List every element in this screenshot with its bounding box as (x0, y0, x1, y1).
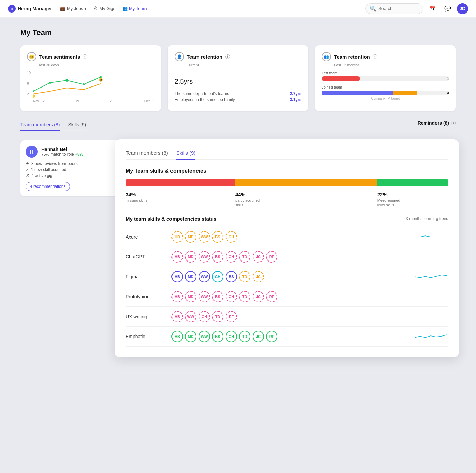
avatar-RF-ux: RF (226, 311, 237, 322)
recommendations-button[interactable]: 4 recommendations (26, 182, 70, 191)
skills-panel: Team members (8) Skills (9) My Team skil… (115, 139, 459, 357)
svg-text:😊: 😊 (99, 78, 103, 82)
member-card-hannah: H Hannah Bell 75% match to role +8% ★ 3 … (20, 140, 122, 196)
retention-12m-title: Team retention (334, 54, 370, 60)
section-tabs: Team members (8) Skills (9) (20, 122, 86, 131)
team-retention-12m-card: 👥 Team retention ℹ Last 12 months Left t… (315, 45, 456, 111)
skills-bar-labels: 34% missing skills 44% partly acquired s… (126, 192, 448, 208)
left-team-count: 1 (447, 77, 449, 81)
nav-my-jobs[interactable]: 💼 My Jobs ▾ (60, 6, 87, 11)
nav-items: 💼 My Jobs ▾ ⏱ My Gigs 👥 My Team (60, 6, 357, 11)
star-icon: ★ (26, 161, 29, 166)
skills-bar-partial (235, 179, 377, 186)
chart-y-labels: 10 6 2 (27, 71, 31, 96)
member-activities: ★ 3 new reviews from peers ✓ 1 new skill… (26, 161, 116, 178)
search-input[interactable] (378, 6, 419, 11)
logo-icon: p (8, 5, 16, 13)
avatar-BS-chatgpt: BS (212, 251, 223, 263)
svg-point-1 (49, 82, 51, 84)
trend-label: 3 months learning trend (406, 216, 448, 221)
retention-12m-info-icon[interactable]: ℹ (373, 54, 377, 59)
calendar-icon-btn[interactable]: 📅 (427, 3, 438, 14)
sentiments-subtitle: last 30 days (39, 63, 154, 67)
card-header-retention-12m: 👥 Team retention ℹ (322, 52, 449, 61)
nav-right: 🔍 📅 💬 JD (365, 3, 468, 14)
avatar-BS-proto: BS (212, 291, 223, 302)
skill-avatars-figma: HB MD WW GH BS TD JC (171, 271, 409, 282)
avatar-TD-proto: TD (239, 291, 250, 302)
avatar-RF-proto: RF (266, 291, 277, 302)
retention-subtitle: Current (187, 63, 302, 67)
left-team-bar-fill (322, 76, 360, 81)
main-content: My Team 😊 Team sentiments ℹ last 30 days… (0, 18, 476, 207)
sentiments-svg: 😐 😊 (33, 71, 107, 98)
skill-row-ux-writing: UX writing HB WW GH TD RF (126, 307, 448, 327)
timer-icon: ⏱ (26, 173, 30, 178)
activity-reviews: ★ 3 new reviews from peers (26, 161, 116, 166)
activity-gig: ⏱ 1 active gig (26, 173, 116, 178)
joined-team-bar-fill (322, 91, 417, 95)
reminders-label: Reminders (8) ℹ (418, 120, 456, 126)
app-name: Hiring Manager (18, 6, 52, 11)
skills-tab-skills[interactable]: Skills (9) (176, 150, 196, 160)
avatar-WW-figma: WW (199, 271, 210, 282)
tab-team-members[interactable]: Team members (8) (20, 122, 60, 131)
user-avatar[interactable]: JD (457, 3, 468, 14)
avatar-WW-ux: WW (185, 311, 196, 322)
member-match-hannah: 75% match to role +8% (41, 152, 83, 157)
cards-row: 😊 Team sentiments ℹ last 30 days 10 6 2 (20, 45, 456, 111)
svg-text:😐: 😐 (33, 94, 35, 98)
left-team-bar-track: 1 (322, 76, 449, 81)
avatar-JC-figma: JC (253, 271, 264, 282)
avatar-TD-figma: TD (239, 271, 250, 282)
search-bar[interactable]: 🔍 (365, 3, 423, 14)
chat-icon-btn[interactable]: 💬 (442, 3, 453, 14)
sentiments-info-icon[interactable]: ℹ (83, 54, 87, 59)
avatar-GH-emp: GH (226, 331, 237, 342)
skills-grid-title: My team skills & competencies status (126, 216, 216, 222)
joined-team-bar-group: Joined team 4 Company IM target (322, 85, 449, 100)
sentiments-icon: 😊 (27, 52, 36, 61)
retention-row-job: Employees in the same job family 3.1yrs (175, 97, 302, 102)
skills-tab-members[interactable]: Team members (8) (126, 150, 168, 159)
svg-point-2 (65, 79, 68, 82)
activity-skill: ✓ 1 new skill acquired (26, 167, 116, 172)
bar-annotation: Company IM target (322, 97, 449, 100)
reminders-info-icon[interactable]: ℹ (451, 121, 456, 125)
skills-label-partial: 44% partly acquired skills (235, 192, 377, 208)
avatar-GH: GH (226, 231, 237, 243)
avatar-TD-chatgpt: TD (239, 251, 250, 263)
skill-name-ux-writing: UX writing (126, 314, 166, 319)
avatar-WW-emp: WW (199, 331, 210, 342)
avatar-GH-chatgpt: GH (226, 251, 237, 263)
briefcase-icon: 💼 (60, 6, 65, 11)
tab-skills[interactable]: Skills (9) (68, 122, 86, 130)
skill-name-figma: Figma (126, 274, 166, 279)
avatar-MD-chatgpt: MD (185, 251, 196, 263)
trend-emphatic (415, 331, 448, 342)
member-avatar-h: H (26, 146, 38, 158)
skills-label-meet: 22% Meet required level skills (377, 192, 448, 208)
avatar-GH-figma: GH (212, 271, 223, 282)
skills-section-title: My Team skills & competencies (126, 168, 448, 174)
joined-team-count: 4 (447, 91, 449, 95)
avatar-BS-figma: BS (226, 271, 237, 282)
avatar-HB-figma: HB (171, 271, 183, 282)
skill-avatars-prototyping: HB MD WW BS GH TD JC RF (171, 291, 448, 302)
skills-bar-missing (126, 179, 235, 186)
avatar-HB-ux: HB (171, 311, 183, 322)
skill-row-emphatic: Emphatic HB MD WW BS GH TD JC RF (126, 327, 448, 347)
people-icon: 👥 (122, 6, 128, 11)
avatar-HB-chatgpt: HB (171, 251, 183, 263)
avatar-WW-chatgpt: WW (199, 251, 210, 263)
retention-info-icon[interactable]: ℹ (225, 54, 230, 59)
retention-title: Team retention (187, 54, 222, 60)
skills-panel-tabs: Team members (8) Skills (9) (126, 150, 448, 160)
card-header-sentiments: 😊 Team sentiments ℹ (27, 52, 154, 61)
member-name-hannah: Hannah Bell (41, 147, 83, 152)
skill-name-chatgpt: ChatGPT (126, 254, 166, 259)
avatar-RF-emp: RF (266, 331, 277, 342)
nav-my-team[interactable]: 👥 My Team (122, 6, 147, 11)
nav-my-gigs[interactable]: ⏱ My Gigs (94, 6, 115, 11)
app-logo[interactable]: p Hiring Manager (8, 5, 52, 13)
